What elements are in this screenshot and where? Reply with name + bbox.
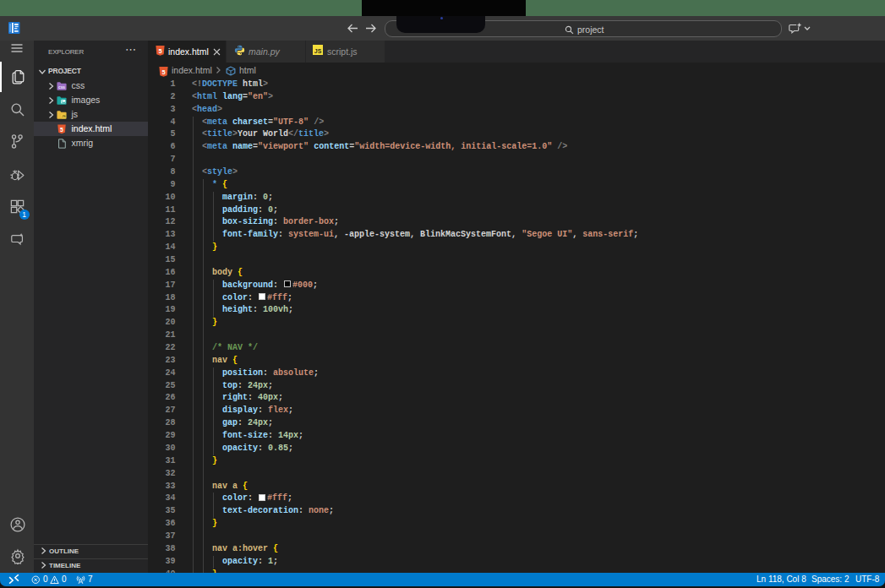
- svg-text:JS: JS: [314, 48, 322, 54]
- svg-text:css: css: [58, 85, 65, 90]
- svg-text:JS: JS: [62, 114, 66, 118]
- svg-text:5: 5: [161, 68, 165, 75]
- svg-text:5: 5: [60, 126, 63, 132]
- svg-text:5: 5: [158, 47, 161, 55]
